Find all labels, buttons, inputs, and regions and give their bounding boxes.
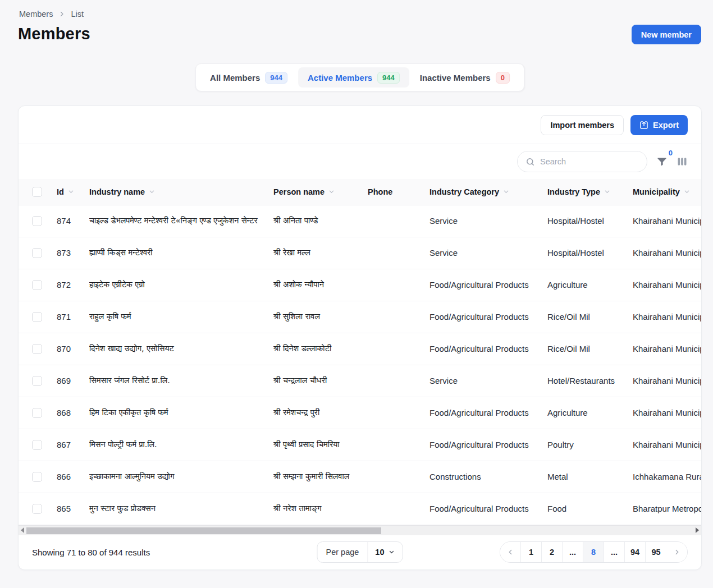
tab[interactable]: Inactive Members 0 [410, 67, 519, 88]
per-page-select[interactable]: 10 [368, 548, 402, 557]
sort-chevron-icon[interactable] [149, 189, 155, 195]
page-button[interactable]: 8 [583, 541, 604, 563]
page-button[interactable]: 95 [646, 541, 666, 563]
cell-id: 869 [57, 365, 89, 397]
row-checkbox[interactable] [32, 280, 42, 290]
sort-chevron-icon[interactable] [503, 189, 509, 195]
table-row[interactable]: 874 चाइल्ड डेभलपमेण्ट मन्टेश्वरी टे«निङ्… [19, 205, 702, 237]
members-card: Import members Export 0 [18, 105, 702, 570]
chevron-down-icon [389, 549, 395, 555]
card-toolbar: Import members Export [19, 106, 701, 144]
scroll-right-arrow-icon[interactable] [696, 527, 699, 533]
table-row[interactable]: 872 हाइटेक एग्रीटेक एग्रो श्री अशोक न्यौ… [19, 269, 702, 301]
cell-id: 870 [57, 333, 89, 365]
sort-chevron-icon[interactable] [604, 189, 610, 195]
row-checkbox[interactable] [32, 216, 42, 226]
page-ellipsis[interactable]: ... [604, 541, 625, 563]
tab-label: All Members [210, 73, 260, 82]
cell-industry-name: हाइटेक एग्रीटेक एग्रो [89, 269, 273, 301]
cell-municipality: Ichhakamana Rural Municipality [633, 461, 702, 493]
page-ellipsis[interactable]: ... [563, 541, 583, 563]
tab-count-badge: 944 [265, 72, 287, 84]
row-checkbox[interactable] [32, 344, 42, 354]
scroll-left-arrow-icon[interactable] [21, 527, 24, 533]
breadcrumb-members[interactable]: Members [19, 10, 53, 19]
table-row[interactable]: 870 दिनेश खाद्य उद्योग, एसोसियट श्री दिन… [19, 333, 702, 365]
row-checkbox[interactable] [32, 312, 42, 322]
chevron-right-icon [58, 11, 65, 17]
table-row[interactable]: 869 सिमसार जंगल रिसोर्ट प्रा.लि. श्री चन… [19, 365, 702, 397]
cell-municipality: Khairahani Municipality [633, 237, 702, 269]
tab[interactable]: Active Members 944 [298, 67, 409, 88]
column-header[interactable]: Person name [273, 179, 368, 205]
row-checkbox[interactable] [32, 472, 42, 482]
column-header[interactable]: Industry name [89, 179, 273, 205]
cell-id: 866 [57, 461, 89, 493]
horizontal-scrollbar[interactable] [19, 525, 701, 535]
cell-industry-category: Service [429, 365, 547, 397]
cell-phone [368, 365, 429, 397]
cell-industry-category: Food/Agricultural Products [429, 493, 547, 525]
page-button[interactable]: 94 [625, 541, 646, 563]
import-members-button[interactable]: Import members [541, 115, 624, 135]
column-header[interactable]: Id [57, 179, 89, 205]
column-header[interactable]: Phone [368, 179, 429, 205]
pagination: 12...8...9495 [500, 541, 688, 563]
previous-page-button[interactable] [500, 541, 521, 563]
column-header[interactable]: Industry Type [547, 179, 633, 205]
cell-industry-type: Hotel/Restaurants [547, 365, 633, 397]
column-header-label: Industry name [89, 187, 145, 196]
cell-industry-category: Food/Agricultural Products [429, 397, 547, 429]
row-checkbox[interactable] [32, 408, 42, 418]
search-row: 0 [19, 144, 701, 179]
row-checkbox[interactable] [32, 440, 42, 450]
table-row[interactable]: 867 मिसन पोल्ट्री फर्म प्रा.लि. श्री पृथ… [19, 429, 702, 461]
table-row[interactable]: 868 हिम टिका एकीकृत कृषि फर्म श्री रमेशच… [19, 397, 702, 429]
table-row[interactable]: 866 इच्छाकामना आल्मुनियम उद्योग श्री सम्… [19, 461, 702, 493]
row-checkbox[interactable] [32, 504, 42, 514]
cell-municipality: Khairahani Municipality [633, 397, 702, 429]
cell-industry-name: चाइल्ड डेभलपमेण्ट मन्टेश्वरी टे«निङ्ग एण… [89, 205, 273, 237]
cell-municipality: Khairahani Municipality [633, 301, 702, 333]
column-header[interactable]: Municipality [633, 179, 702, 205]
row-checkbox[interactable] [32, 248, 42, 258]
select-all-checkbox[interactable] [32, 187, 42, 197]
filter-button[interactable]: 0 [656, 156, 668, 167]
cell-industry-category: Food/Agricultural Products [429, 333, 547, 365]
table-row[interactable]: 873 ह्याप्पी किड्स मन्टेश्वरी श्री रेखा … [19, 237, 702, 269]
search-input[interactable] [540, 157, 639, 166]
table-row[interactable]: 871 राहुल कृषि फर्म श्री सुशिला रावल Foo… [19, 301, 702, 333]
cell-industry-name: हिम टिका एकीकृत कृषि फर्म [89, 397, 273, 429]
cell-person-name: श्री अनिता पाण्डे [273, 205, 368, 237]
new-member-button[interactable]: New member [632, 25, 701, 44]
table-row[interactable]: 865 मुन स्टार फुड प्रोडक्सन श्री नरेश ता… [19, 493, 702, 525]
cell-id: 865 [57, 493, 89, 525]
cell-phone [368, 333, 429, 365]
cell-phone [368, 301, 429, 333]
cell-industry-type: Metal [547, 461, 633, 493]
row-checkbox[interactable] [32, 376, 42, 386]
cell-industry-name: मिसन पोल्ट्री फर्म प्रा.लि. [89, 429, 273, 461]
cell-industry-name: ह्याप्पी किड्स मन्टेश्वरी [89, 237, 273, 269]
sort-chevron-icon[interactable] [68, 189, 74, 195]
cell-person-name: श्री अशोक न्यौपाने [273, 269, 368, 301]
sort-chevron-icon[interactable] [328, 189, 335, 195]
search-box[interactable] [517, 151, 647, 172]
column-header-label: Phone [368, 187, 392, 196]
cell-phone [368, 397, 429, 429]
scrollbar-thumb[interactable] [26, 527, 381, 534]
table-header-row: Id Industry name Person name Phone Indus… [19, 179, 702, 205]
sort-chevron-icon[interactable] [684, 189, 690, 195]
cell-industry-category: Constructions [429, 461, 547, 493]
columns-button[interactable] [677, 156, 688, 167]
column-header[interactable]: Industry Category [429, 179, 547, 205]
export-button[interactable]: Export [630, 115, 688, 135]
cell-industry-type: Rice/Oil Mil [547, 301, 633, 333]
page-button[interactable]: 1 [521, 541, 542, 563]
tab[interactable]: All Members 944 [200, 67, 297, 88]
page-button[interactable]: 2 [542, 541, 563, 563]
column-header-label: Municipality [633, 187, 680, 196]
column-header-label: Industry Type [547, 187, 600, 196]
cell-id: 868 [57, 397, 89, 429]
next-page-button[interactable] [666, 541, 687, 563]
